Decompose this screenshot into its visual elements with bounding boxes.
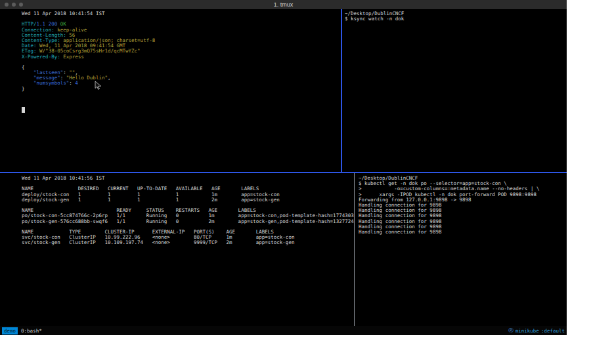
text-cursor [22, 107, 25, 113]
terminal-line: $ ksync watch -n dok [345, 16, 567, 22]
terminal-line [22, 16, 341, 22]
terminal-line: "numsymbols": 4 [22, 81, 341, 86]
terminal-line: Wed 11 Apr 2018 10:41:56 IST [22, 176, 354, 181]
text-segment: : [69, 80, 75, 86]
terminal-line: svc/stock-gen ClusterIP 10.109.197.74 <n… [22, 240, 354, 245]
text-segment: po/stock-gen-576cc688bb-swqf6 1/1 Runnin… [22, 218, 354, 224]
terminal-line: Wed 11 Apr 2018 10:41:54 IST [22, 11, 341, 16]
text-segment: "numsymbols" [33, 80, 69, 86]
window-label[interactable]: 0:bash* [21, 328, 42, 334]
pane-port-forward[interactable]: ~/Desktop/DublinCNCF$ kubectl get -n dok… [355, 173, 567, 326]
kube-status: ⓚ minikube:default [508, 327, 565, 334]
text-segment: Handling connection for 9898 [359, 229, 441, 235]
terminal-line [22, 60, 341, 65]
pane-divider-vertical-bottom[interactable] [354, 173, 355, 326]
status-left: demo 0:bash* [2, 327, 42, 334]
text-segment: , [108, 75, 111, 81]
session-name-badge: demo [2, 327, 18, 334]
pane-ksync[interactable]: ~/Desktop/DublinCNCF$ ksync watch -n dok [343, 9, 567, 172]
terminal-line [22, 92, 341, 97]
text-segment: Wed 11 Apr 2018 10:41:54 IST [22, 10, 104, 16]
text-segment: $ ksync watch -n dok [345, 16, 404, 22]
terminal-line: X-Powered-By: Express [22, 54, 341, 60]
mouse-pointer-arrow [95, 81, 102, 91]
text-segment: deploy/stock-gen 1 1 1 1 2m app=stock-ge… [22, 197, 280, 203]
terminal-line [22, 108, 341, 113]
text-segment: Wed 11 Apr 2018 10:41:56 IST [22, 175, 104, 181]
pane-divider-vertical-top[interactable] [341, 9, 342, 172]
pane-kubectl-get[interactable]: Wed 11 Apr 2018 10:41:56 IST NAME DESIRE… [0, 173, 354, 326]
kube-context: minikube [515, 328, 539, 334]
terminal-line [22, 97, 341, 102]
kube-namespace: :default [541, 328, 565, 334]
desktop: 1. tmux Wed 11 Apr 2018 10:41:54 IST HTT… [0, 0, 591, 364]
terminal-line: deploy/stock-gen 1 1 1 1 2m app=stock-ge… [22, 197, 354, 203]
terminal-line: po/stock-gen-576cc688bb-swqf6 1/1 Runnin… [22, 219, 354, 224]
pane-http-response[interactable]: Wed 11 Apr 2018 10:41:54 IST HTTP/1.1 20… [0, 9, 341, 172]
tmux-status-bar: demo 0:bash* ⓚ minikube:default [0, 326, 567, 335]
text-segment: 4 [75, 80, 78, 86]
mouse-pointer-icon [95, 81, 102, 93]
title-bar[interactable]: 1. tmux [0, 0, 567, 9]
terminal-line [22, 102, 341, 108]
kubernetes-icon: ⓚ [508, 327, 514, 334]
terminal-window: 1. tmux Wed 11 Apr 2018 10:41:54 IST HTT… [0, 0, 567, 335]
text-segment: Express [60, 54, 84, 60]
window-title: 1. tmux [0, 0, 567, 9]
text-segment: svc/stock-gen ClusterIP 10.109.197.74 <n… [22, 239, 294, 245]
text-segment: X-Powered-By: [22, 54, 60, 60]
terminal-line: Handling connection for 9898 [359, 230, 567, 235]
terminal-line: } [22, 87, 341, 92]
